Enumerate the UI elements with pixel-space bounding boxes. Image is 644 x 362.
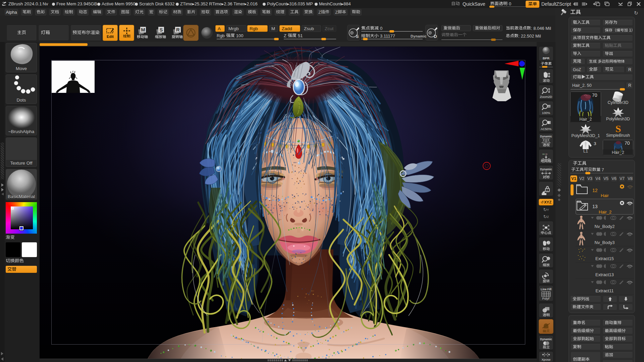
svg-text:S: S: [159, 27, 163, 33]
svg-text:x1: x1: [548, 105, 550, 108]
svg-text:M: M: [141, 27, 145, 33]
svg-text:C: C: [546, 189, 548, 191]
svg-text:S: S: [356, 34, 359, 39]
svg-text:R: R: [176, 27, 180, 33]
svg-text:D: D: [434, 34, 437, 39]
svg-text:S: S: [615, 124, 621, 134]
